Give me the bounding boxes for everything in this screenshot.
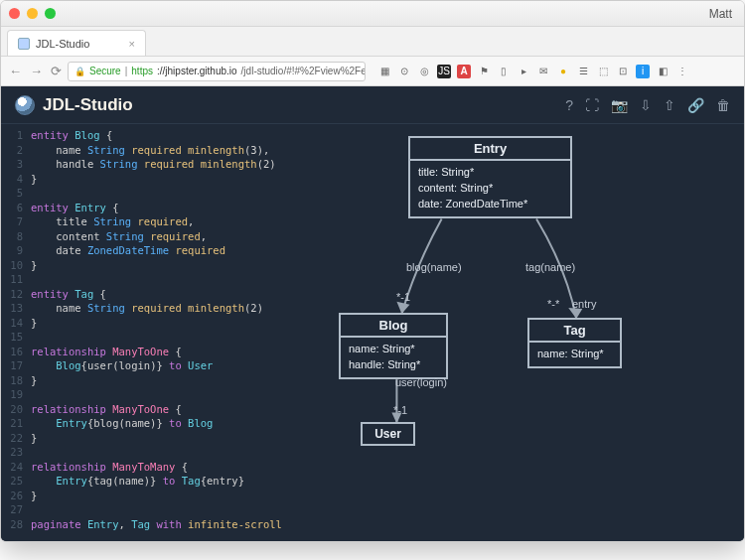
code-line[interactable]: 28paginate Entry, Tag with infinite-scro… — [1, 517, 299, 532]
code-line[interactable]: 6entity Entry { — [1, 201, 299, 215]
ext-icon[interactable]: ◎ — [417, 65, 431, 78]
code-content: Entry{blog(name)} to Blog — [31, 416, 299, 431]
url-input[interactable]: 🔒 Secure | https://jhipster.github.io/jd… — [68, 62, 366, 81]
reload-button[interactable]: ⟳ — [51, 64, 62, 78]
line-number: 1 — [1, 128, 31, 143]
code-content — [31, 272, 299, 287]
code-line[interactable]: 13 name String required minlength(2) — [1, 301, 299, 316]
code-content: relationship ManyToOne { — [31, 345, 299, 359]
code-content: name String required minlength(3), — [31, 143, 299, 158]
diagram-canvas[interactable]: Entry title: String* content: String* da… — [299, 124, 744, 542]
line-number: 4 — [1, 172, 31, 187]
ext-icon[interactable]: ▦ — [377, 65, 391, 78]
back-button[interactable]: ← — [9, 64, 22, 78]
fullscreen-button[interactable]: ⛶ — [585, 97, 599, 113]
help-button[interactable]: ? — [565, 97, 573, 113]
line-number: 7 — [1, 214, 31, 229]
line-number: 10 — [1, 258, 31, 273]
code-line[interactable]: 4} — [1, 172, 299, 187]
code-line[interactable]: 20relationship ManyToOne { — [1, 402, 299, 417]
entity-field: handle: String* — [349, 356, 438, 372]
line-number: 25 — [1, 474, 31, 489]
ext-icon[interactable]: ▯ — [497, 65, 511, 78]
ext-icon[interactable]: ⊙ — [397, 65, 411, 78]
line-number: 16 — [1, 345, 31, 359]
entity-box-tag[interactable]: Tag name: String* — [527, 318, 622, 368]
code-line[interactable]: 27 — [1, 502, 299, 517]
code-line[interactable]: 22} — [1, 431, 299, 446]
browser-tab[interactable]: JDL-Studio × — [7, 30, 146, 56]
code-line[interactable]: 17 Blog{user(login)} to User — [1, 358, 299, 373]
close-tab-button[interactable]: × — [129, 38, 135, 50]
code-line[interactable]: 21 Entry{blog(name)} to Blog — [1, 416, 299, 431]
ext-icon[interactable]: i — [636, 65, 650, 78]
cardinality-label: *-1 — [393, 404, 407, 416]
trash-button[interactable]: 🗑 — [716, 97, 730, 113]
ext-icon[interactable]: ✉ — [536, 65, 550, 78]
code-content — [31, 502, 299, 517]
relation-label: tag(name) — [525, 261, 575, 273]
code-content: name String required minlength(2) — [31, 301, 299, 316]
entity-title: Entry — [410, 138, 570, 161]
entity-box-blog[interactable]: Blog name: String* handle: String* — [339, 313, 448, 379]
maximize-window-button[interactable] — [45, 8, 56, 19]
code-line[interactable]: 11 — [1, 272, 299, 287]
link-button[interactable]: 🔗 — [687, 97, 704, 113]
ext-icon[interactable]: ◧ — [656, 65, 670, 78]
ext-icon[interactable]: JS — [437, 65, 451, 78]
browser-addressbar: ← → ⟳ 🔒 Secure | https://jhipster.github… — [1, 57, 744, 86]
code-line[interactable]: 16relationship ManyToOne { — [1, 345, 299, 359]
code-editor[interactable]: 1entity Blog {2 name String required min… — [1, 124, 299, 542]
code-line[interactable]: 18} — [1, 373, 299, 388]
line-number: 17 — [1, 358, 31, 373]
code-line[interactable]: 24relationship ManyToMany { — [1, 460, 299, 475]
ext-icon[interactable]: ● — [556, 65, 570, 78]
ext-icon[interactable]: A — [457, 65, 471, 78]
entity-field: name: String* — [537, 346, 612, 361]
browser-menu-button[interactable]: ⋮ — [675, 65, 689, 78]
ext-icon[interactable]: ⚑ — [477, 65, 491, 78]
line-number: 28 — [1, 517, 31, 532]
ext-icon[interactable]: ⬚ — [596, 65, 610, 78]
entity-box-user[interactable]: User — [361, 422, 415, 446]
line-number: 24 — [1, 460, 31, 475]
code-content: } — [31, 258, 299, 273]
code-line[interactable]: 25 Entry{tag(name)} to Tag{entry} — [1, 474, 299, 489]
minimize-window-button[interactable] — [27, 8, 38, 19]
code-line[interactable]: 2 name String required minlength(3), — [1, 143, 299, 158]
line-number: 27 — [1, 502, 31, 517]
ext-icon[interactable]: ☰ — [576, 65, 590, 78]
download-button[interactable]: ⇩ — [640, 97, 652, 113]
code-line[interactable]: 3 handle String required minlength(2) — [1, 157, 299, 172]
code-content: content String required, — [31, 229, 299, 244]
line-number: 26 — [1, 489, 31, 503]
line-number: 5 — [1, 186, 31, 201]
forward-button[interactable]: → — [30, 64, 43, 78]
code-line[interactable]: 8 content String required, — [1, 229, 299, 244]
code-line[interactable]: 7 title String required, — [1, 214, 299, 229]
code-line[interactable]: 15 — [1, 330, 299, 345]
entity-box-entry[interactable]: Entry title: String* content: String* da… — [408, 136, 572, 218]
code-line[interactable]: 23 — [1, 445, 299, 460]
ext-icon[interactable]: ▸ — [517, 65, 530, 78]
snapshot-button[interactable]: 📷 — [611, 97, 628, 113]
upload-button[interactable]: ⇧ — [664, 97, 675, 113]
code-content: paginate Entry, Tag with infinite-scroll — [31, 517, 299, 532]
relation-label: entry — [572, 298, 596, 310]
code-content: date ZonedDateTime required — [31, 243, 299, 258]
code-line[interactable]: 1entity Blog { — [1, 128, 299, 143]
line-number: 8 — [1, 229, 31, 244]
code-line[interactable]: 12entity Tag { — [1, 287, 299, 302]
code-line[interactable]: 9 date ZonedDateTime required — [1, 243, 299, 258]
code-line[interactable]: 14} — [1, 316, 299, 331]
line-number: 19 — [1, 387, 31, 402]
line-number: 23 — [1, 445, 31, 460]
close-window-button[interactable] — [9, 8, 20, 19]
line-number: 13 — [1, 301, 31, 316]
code-line[interactable]: 10} — [1, 258, 299, 273]
code-line[interactable]: 26} — [1, 489, 299, 503]
ext-icon[interactable]: ⊡ — [616, 65, 630, 78]
code-line[interactable]: 19 — [1, 387, 299, 402]
relation-label: blog(name) — [406, 261, 462, 273]
code-line[interactable]: 5 — [1, 186, 299, 201]
